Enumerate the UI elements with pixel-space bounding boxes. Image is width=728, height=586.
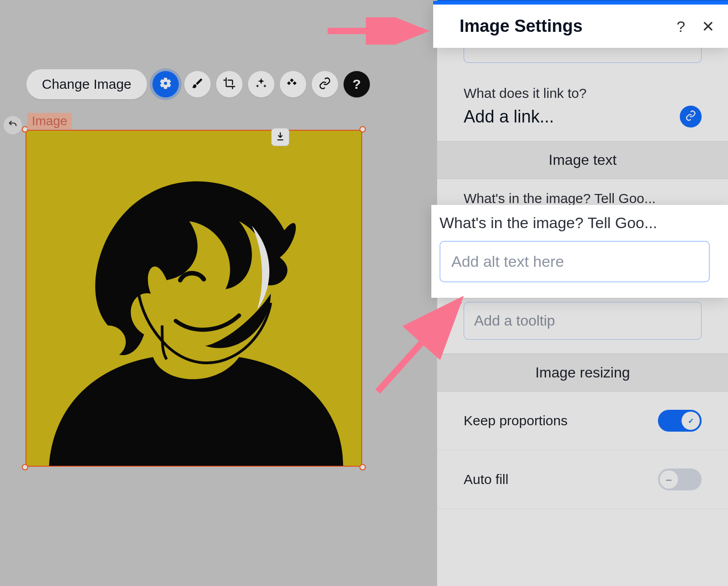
add-link-row[interactable]: Add a link... <box>464 106 702 127</box>
undo-icon <box>8 119 18 131</box>
previous-field-partial[interactable] <box>464 46 702 63</box>
image-text-section-header: Image text <box>437 141 728 179</box>
crop-icon <box>223 77 236 92</box>
alt-text-input-highlight[interactable] <box>440 241 710 282</box>
highlight-alt-text: What's in the image? Tell Goo... <box>431 205 728 298</box>
gear-icon <box>159 77 172 92</box>
help-icon: ? <box>353 76 361 92</box>
settings-gear-button[interactable] <box>152 71 179 97</box>
keep-proportions-toggle[interactable]: ✓ <box>658 410 702 432</box>
resize-handle-bottom-right[interactable] <box>359 464 366 470</box>
change-image-label: Change Image <box>42 76 131 92</box>
alt-text-question: What's in the image? Tell Goo... <box>464 191 702 206</box>
panel-accent-bar <box>433 1 728 5</box>
animation-icon <box>287 77 299 92</box>
download-icon <box>275 131 285 143</box>
selected-image-frame[interactable]: Image <box>25 130 362 467</box>
add-link-text: Add a link... <box>464 107 554 127</box>
crop-button[interactable] <box>216 71 243 97</box>
filters-button[interactable] <box>248 71 274 97</box>
alt-text-question-highlight: What's in the image? Tell Goo... <box>440 214 710 232</box>
keep-proportions-row: Keep proportions ✓ <box>437 392 728 450</box>
download-image-button[interactable] <box>271 128 289 146</box>
image-content <box>25 130 362 467</box>
check-icon: ✓ <box>688 417 694 425</box>
auto-fill-row: Auto fill – <box>437 450 728 509</box>
add-link-chip[interactable] <box>680 106 702 127</box>
undo-button[interactable] <box>4 116 22 134</box>
panel-close-button-highlight[interactable]: ✕ <box>702 19 714 34</box>
resize-handle-bottom-left[interactable] <box>22 464 28 470</box>
auto-fill-toggle[interactable]: – <box>658 469 702 490</box>
avatar-illustration <box>26 131 361 466</box>
tooltip-input[interactable] <box>464 302 702 340</box>
panel-title-highlight: Image Settings <box>460 16 582 36</box>
toggle-knob-off: – <box>660 470 678 489</box>
auto-fill-label: Auto fill <box>464 472 508 487</box>
help-button[interactable]: ? <box>344 71 370 97</box>
highlight-header: Image Settings ? ✕ <box>433 1 728 48</box>
link-question: What does it link to? <box>464 86 702 101</box>
link-icon <box>318 77 331 92</box>
sparkle-icon <box>255 77 268 92</box>
link-icon <box>685 110 696 123</box>
toggle-knob-on: ✓ <box>682 412 700 430</box>
panel-help-button-highlight[interactable]: ? <box>677 19 685 34</box>
keep-proportions-label: Keep proportions <box>464 413 568 428</box>
animation-button[interactable] <box>280 71 306 97</box>
resize-handle-top-right[interactable] <box>359 126 366 132</box>
image-toolbar: Change Image <box>26 69 370 99</box>
brush-icon <box>191 77 204 92</box>
link-group: What does it link to? Add a link... <box>437 75 728 141</box>
design-brush-button[interactable] <box>184 71 211 97</box>
image-resizing-section-header: Image resizing <box>437 354 728 392</box>
link-button[interactable] <box>312 71 338 97</box>
change-image-button[interactable]: Change Image <box>26 69 147 99</box>
minus-icon: – <box>666 473 672 486</box>
selection-type-label: Image <box>27 113 72 129</box>
